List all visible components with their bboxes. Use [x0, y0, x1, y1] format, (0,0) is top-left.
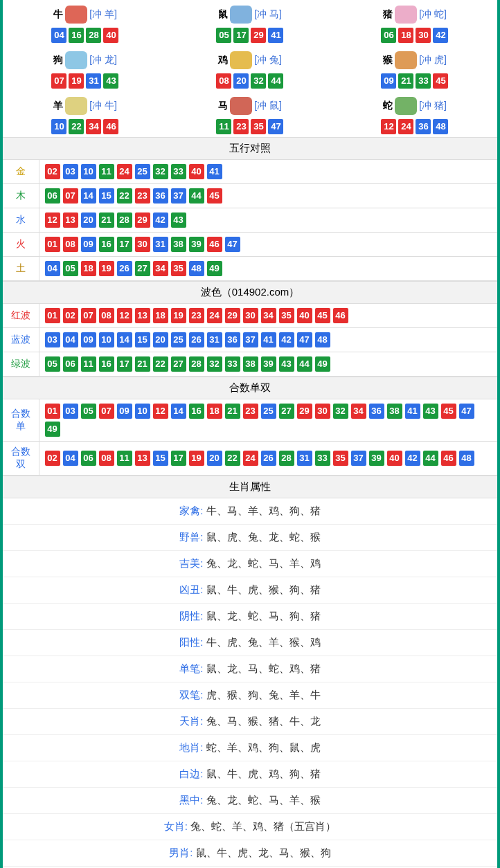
number-ball: 11 — [99, 164, 114, 179]
zodiac-conflict: [冲 鼠] — [254, 100, 282, 112]
attr-key: 吉美: — [179, 557, 203, 569]
number-ball: 46 — [207, 237, 222, 252]
number-ball: 34 — [86, 119, 101, 134]
row-balls: 0108091617303138394647 — [39, 233, 497, 257]
number-ball: 30 — [416, 28, 431, 43]
attr-key: 双笔: — [179, 689, 203, 700]
attr-value: 虎、猴、狗、兔、羊、牛 — [204, 689, 321, 700]
number-ball: 42 — [279, 332, 294, 347]
zodiac-name: 羊 — [53, 100, 63, 112]
attr-key: 黑中: — [179, 794, 203, 806]
number-ball: 38 — [243, 356, 258, 372]
number-ball: 48 — [433, 119, 448, 134]
table-row: 火0108091617303138394647 — [3, 233, 497, 257]
number-ball: 21 — [99, 213, 114, 228]
number-ball: 44 — [189, 188, 204, 204]
number-ball: 17 — [117, 356, 132, 372]
number-ball: 39 — [261, 356, 276, 372]
attr-row: 白边: 鼠、牛、虎、鸡、狗、猪 — [3, 761, 497, 788]
number-ball: 40 — [103, 28, 118, 43]
number-ball: 41 — [261, 332, 276, 347]
attr-row: 男肖: 鼠、牛、虎、龙、马、猴、狗 — [3, 840, 497, 867]
number-ball: 22 — [69, 119, 84, 134]
zodiac-name: 鸡 — [218, 54, 228, 66]
attr-key: 女肖: — [164, 820, 188, 832]
number-ball: 10 — [99, 332, 114, 347]
number-ball: 35 — [333, 451, 348, 466]
zodiac-name: 鼠 — [218, 8, 228, 21]
row-balls: 0102070812131819232429303435404546 — [39, 304, 497, 328]
number-ball: 11 — [216, 119, 231, 134]
number-ball: 30 — [315, 404, 330, 419]
attr-value: 兔、龙、蛇、马、羊、鸡 — [204, 557, 321, 569]
number-ball: 19 — [69, 73, 84, 89]
number-ball: 08 — [216, 73, 231, 89]
zodiac-name: 马 — [218, 100, 228, 112]
number-ball: 18 — [398, 28, 413, 43]
number-ball: 06 — [45, 188, 60, 204]
number-ball: 04 — [51, 28, 66, 43]
number-ball: 07 — [63, 188, 78, 204]
number-ball: 24 — [398, 119, 413, 134]
attr-value: 鼠、龙、马、蛇、鸡、猪 — [204, 662, 321, 674]
number-ball: 29 — [135, 213, 150, 228]
number-ball: 28 — [86, 28, 101, 43]
number-ball: 29 — [251, 28, 266, 43]
number-ball: 18 — [153, 308, 168, 323]
number-ball: 35 — [279, 308, 294, 323]
row-label: 火 — [3, 233, 39, 257]
zodiac-numbers: 06183042 — [334, 28, 496, 43]
zodiac-grid: 牛[冲 羊]04162840鼠[冲 马]05172941猪[冲 蛇]061830… — [3, 0, 497, 137]
number-ball: 40 — [297, 308, 312, 323]
attr-key: 天肖: — [179, 715, 203, 727]
number-ball: 45 — [207, 188, 222, 204]
number-ball: 45 — [433, 73, 448, 89]
number-ball: 16 — [99, 237, 114, 252]
attr-key: 野兽: — [179, 531, 203, 543]
number-ball: 21 — [398, 73, 413, 89]
number-ball: 34 — [351, 404, 366, 419]
number-ball: 41 — [405, 404, 420, 419]
attr-row: 女肖: 兔、蛇、羊、鸡、猪（五宫肖） — [3, 814, 497, 840]
number-ball: 08 — [99, 308, 114, 323]
number-ball: 47 — [225, 237, 240, 252]
row-label: 土 — [3, 257, 39, 281]
zodiac-conflict: [冲 龙] — [89, 54, 117, 66]
attr-value: 兔、龙、蛇、马、羊、猴 — [204, 794, 321, 806]
number-ball: 28 — [117, 213, 132, 228]
number-ball: 16 — [99, 356, 114, 372]
number-ball: 24 — [243, 451, 258, 466]
row-balls: 02031011242532334041 — [39, 160, 497, 184]
number-ball: 44 — [423, 451, 438, 466]
number-ball: 33 — [416, 73, 431, 89]
number-ball: 19 — [189, 451, 204, 466]
number-ball: 46 — [441, 451, 456, 466]
zodiac-cell: 蛇[冲 猪]12243648 — [332, 91, 497, 137]
number-ball: 08 — [63, 237, 78, 252]
row-label: 金 — [3, 160, 39, 184]
row-label: 合数单 — [3, 399, 39, 442]
number-ball: 38 — [387, 404, 402, 419]
number-ball: 20 — [233, 73, 249, 89]
number-ball: 03 — [45, 332, 60, 347]
number-ball: 43 — [171, 213, 186, 228]
number-ball: 26 — [189, 332, 204, 347]
row-label: 蓝波 — [3, 328, 39, 352]
attr-row: 单笔: 鼠、龙、马、蛇、鸡、猪 — [3, 656, 497, 682]
number-ball: 10 — [135, 404, 150, 419]
number-ball: 21 — [225, 404, 240, 419]
attr-key: 地肖: — [179, 741, 203, 753]
number-ball: 25 — [261, 404, 276, 419]
number-ball: 17 — [171, 451, 186, 466]
number-ball: 15 — [99, 188, 114, 204]
number-ball: 27 — [279, 404, 294, 419]
zodiac-name: 牛 — [53, 8, 63, 21]
zodiac-cell: 猴[冲 虎]09213345 — [332, 46, 497, 91]
number-ball: 48 — [315, 332, 330, 347]
number-ball: 22 — [225, 451, 240, 466]
zodiac-numbers: 12243648 — [334, 119, 496, 134]
table-row: 木06071415222336374445 — [3, 184, 497, 208]
row-label: 合数双 — [3, 442, 39, 476]
zodiac-cell: 鼠[冲 马]05172941 — [168, 0, 332, 46]
number-ball: 16 — [69, 28, 84, 43]
